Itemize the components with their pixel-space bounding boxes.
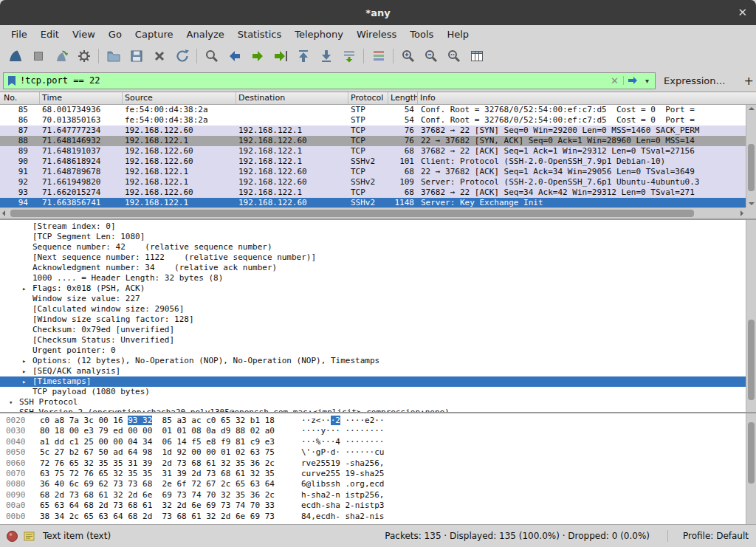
detail-line[interactable]: ▸[Timestamps] — [0, 376, 756, 387]
packet-row[interactable]: 94 71.663856741 192.168.122.1 192.168.12… — [0, 198, 746, 207]
detail-line[interactable]: [Calculated window size: 29056] — [0, 304, 756, 314]
menu-item[interactable]: Analyze — [180, 27, 231, 41]
packet-row[interactable]: 87 71.647777234 192.168.122.60 192.168.1… — [0, 125, 746, 136]
hex-row[interactable]: 00505c 27 b2 67 50 ad 64 98 1d 92 00 00 … — [6, 447, 756, 458]
titlebar[interactable]: *any ✕ — [0, 0, 756, 25]
menu-item[interactable]: Capture — [128, 27, 180, 41]
menu-item[interactable]: View — [66, 27, 102, 41]
close-window-icon[interactable]: ✕ — [738, 6, 747, 19]
packet-row[interactable]: 90 71.648618924 192.168.122.60 192.168.1… — [0, 156, 746, 167]
profile-button[interactable]: Profile: Default — [683, 531, 750, 541]
save-capture-file-icon[interactable] — [125, 46, 148, 66]
close-capture-file-icon[interactable] — [148, 46, 171, 66]
scroll-left-icon[interactable] — [2, 210, 5, 216]
packet-row[interactable]: 93 71.662015274 192.168.122.60 192.168.1… — [0, 188, 746, 198]
filter-apply-icon[interactable] — [623, 76, 642, 85]
packet-list-vscrollbar[interactable] — [746, 105, 756, 207]
hex-row[interactable]: 008036 40 6c 69 62 73 73 68 2e 6f 72 67 … — [6, 479, 756, 489]
column-header[interactable]: Source — [123, 92, 236, 104]
expert-info-icon[interactable] — [6, 530, 18, 543]
hex-row[interactable]: 009068 2d 73 68 61 32 2d 6e 69 73 74 70 … — [6, 490, 756, 500]
packet-row[interactable]: 86 70.013850163 fe:54:00:d4:38:2a STP 54… — [0, 115, 746, 125]
scrollbar-thumb[interactable] — [748, 320, 755, 400]
expander-icon[interactable]: ▸ — [22, 356, 32, 366]
add-filter-button[interactable]: + — [738, 74, 756, 88]
hex-row[interactable]: 00a065 63 64 68 2d 73 68 61 32 2d 6e 69 … — [6, 500, 756, 511]
detail-line[interactable]: ▸[SEQ/ACK analysis] — [0, 366, 756, 376]
go-back-icon[interactable] — [223, 46, 246, 66]
expander-icon[interactable]: ▸ — [22, 366, 32, 376]
column-header[interactable]: Length — [388, 92, 418, 104]
detail-line[interactable]: TCP payload (1080 bytes) — [0, 387, 756, 397]
zoom-out-icon[interactable] — [419, 46, 442, 66]
colorize-packets-icon[interactable] — [367, 46, 390, 66]
reload-file-icon[interactable] — [171, 46, 193, 66]
detail-line[interactable]: Checksum: 0x79ed [unverified] — [0, 325, 756, 335]
go-to-last-packet-icon[interactable] — [315, 46, 337, 66]
auto-scroll-icon[interactable] — [337, 46, 360, 66]
detail-line[interactable]: Window size value: 227 — [0, 294, 756, 304]
packet-row[interactable]: 91 71.648789678 192.168.122.1 192.168.12… — [0, 167, 746, 177]
detail-line[interactable]: 1000 .... = Header Length: 32 bytes (8) — [0, 273, 756, 283]
expander-icon[interactable]: ▸ — [22, 376, 32, 387]
go-to-packet-icon[interactable] — [269, 46, 292, 66]
scroll-right-icon[interactable] — [740, 210, 743, 216]
detail-line[interactable]: [TCP Segment Len: 1080] — [0, 232, 756, 242]
detail-line[interactable]: Sequence number: 42 (relative sequence n… — [0, 242, 756, 252]
detail-line[interactable]: ▾SSH Protocol — [0, 397, 756, 407]
scroll-up-icon[interactable] — [749, 107, 755, 110]
packet-row[interactable]: 92 71.661949820 192.168.122.1 192.168.12… — [0, 177, 746, 188]
expander-icon[interactable]: ▾ — [9, 397, 19, 407]
zoom-in-icon[interactable] — [396, 46, 419, 66]
expander-icon[interactable]: ▸ — [22, 283, 32, 294]
column-header[interactable]: Protocol — [348, 92, 388, 104]
menu-item[interactable]: Go — [102, 27, 128, 41]
go-to-first-packet-icon[interactable] — [292, 46, 315, 66]
detail-line[interactable]: [Next sequence number: 1122 (relative se… — [0, 252, 756, 263]
filter-dropdown-icon[interactable]: ▾ — [642, 77, 653, 85]
open-capture-file-icon[interactable] — [102, 46, 125, 66]
hex-row[interactable]: 007063 75 72 76 65 32 35 35 31 39 2d 73 … — [6, 469, 756, 479]
hex-row[interactable]: 006072 76 65 32 35 35 31 39 2d 73 68 61 … — [6, 458, 756, 469]
column-header[interactable]: Info — [418, 92, 756, 104]
menu-item[interactable]: Statistics — [231, 27, 288, 41]
resize-columns-icon[interactable] — [465, 46, 488, 66]
column-header[interactable]: Destination — [236, 92, 348, 104]
display-filter-field[interactable]: ✕ ▾ — [3, 72, 656, 89]
hex-row[interactable]: 00b038 34 2c 65 63 64 68 2d 73 68 61 32 … — [6, 512, 756, 522]
filter-bookmark-icon[interactable] — [7, 75, 16, 86]
detail-line[interactable]: Acknowledgment number: 34 (relative ack … — [0, 263, 756, 273]
hex-row[interactable]: 0020c0 a8 7a 3c 00 16 93 32 85 a3 ac c0 … — [6, 416, 756, 426]
capture-comment-icon[interactable] — [23, 530, 35, 543]
start-capture-icon[interactable] — [4, 46, 27, 66]
expression-button[interactable]: Expression… — [660, 75, 729, 86]
menu-item[interactable]: Wireless — [350, 27, 403, 41]
scroll-down-icon[interactable] — [749, 202, 755, 205]
find-packet-icon[interactable] — [200, 46, 223, 66]
detail-line[interactable]: Urgent pointer: 0 — [0, 345, 756, 356]
menu-item[interactable]: Telephony — [288, 27, 350, 41]
hex-row[interactable]: 0040a1 dd c1 25 00 00 04 34 06 14 f5 e8 … — [6, 437, 756, 447]
detail-line[interactable]: [Window size scaling factor: 128] — [0, 314, 756, 325]
zoom-original-icon[interactable] — [442, 46, 465, 66]
display-filter-input[interactable] — [20, 75, 606, 86]
bytes-vscrollbar[interactable] — [746, 413, 756, 524]
scrollbar-thumb[interactable] — [748, 144, 755, 191]
packet-list-hscrollbar[interactable] — [0, 207, 746, 219]
menu-item[interactable]: Help — [440, 27, 475, 41]
scrollbar-thumb[interactable] — [10, 210, 694, 217]
column-header[interactable]: Time — [40, 92, 123, 104]
detail-line[interactable]: ▸Options: (12 bytes), No-Operation (NOP)… — [0, 356, 756, 366]
menu-item[interactable]: Tools — [403, 27, 440, 41]
detail-line[interactable]: [Checksum Status: Unverified] — [0, 335, 756, 345]
menu-item[interactable]: Edit — [34, 27, 66, 41]
hex-row[interactable]: 003080 18 00 e3 79 ed 00 00 01 01 08 0a … — [6, 426, 756, 436]
details-vscrollbar[interactable] — [746, 220, 756, 412]
detail-line[interactable]: ▸Flags: 0x018 (PSH, ACK) — [0, 283, 756, 294]
detail-line[interactable]: [Stream index: 0] — [0, 221, 756, 232]
go-forward-icon[interactable] — [246, 46, 269, 66]
capture-options-icon[interactable] — [72, 46, 95, 66]
stop-capture-icon[interactable] — [27, 46, 49, 66]
packet-row[interactable]: 88 71.648146932 192.168.122.1 192.168.12… — [0, 136, 746, 146]
menu-item[interactable]: File — [4, 27, 34, 41]
